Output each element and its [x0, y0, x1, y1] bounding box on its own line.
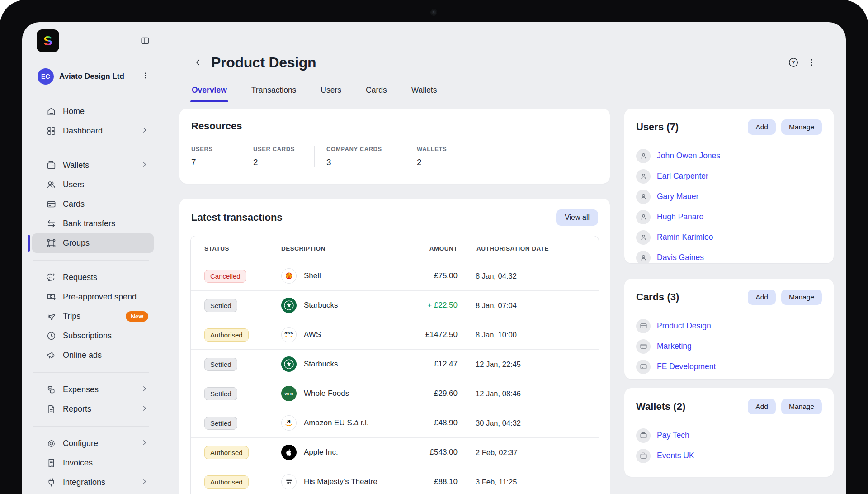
- sidebar-item-home[interactable]: Home: [32, 102, 154, 121]
- tab-transactions[interactable]: Transactions: [250, 86, 298, 102]
- list-item[interactable]: Earl Carpenter: [636, 166, 822, 186]
- receipt-icon: [46, 458, 57, 469]
- new-badge: New: [126, 311, 148, 322]
- back-button[interactable]: [190, 55, 206, 70]
- sidebar-collapse-button[interactable]: [140, 36, 150, 47]
- sidebar-item-dashboard[interactable]: Dashboard: [32, 121, 154, 141]
- amount: £75.00: [399, 271, 476, 280]
- theatre-logo: [281, 474, 297, 489]
- users-icon: [46, 180, 57, 190]
- transactions-title: Latest transactions: [191, 212, 283, 223]
- authorisation-date: 8 Jan, 04:32: [476, 272, 585, 280]
- user-link[interactable]: Ramin Karimloo: [657, 233, 713, 242]
- manage-users-button[interactable]: Manage: [781, 119, 822, 135]
- authorisation-date: 8 Jan, 10:00: [476, 331, 585, 339]
- amount: £48.90: [399, 418, 476, 428]
- sidebar-item-online-ads[interactable]: Online ads: [32, 346, 154, 365]
- resources-stats: USERS 7 USER CARDS 2 COMPANY CARDS 3: [191, 146, 598, 167]
- card-link[interactable]: FE Development: [657, 362, 716, 371]
- sidebar-item-integrations[interactable]: Integrations: [32, 473, 154, 492]
- latest-transactions-card: Latest transactions View all STATUS DESC…: [179, 199, 610, 494]
- wallet-link[interactable]: Events UK: [657, 451, 694, 461]
- users-card: Users (7) Add Manage John Owen Jones: [624, 109, 834, 263]
- wallet-icon: [636, 449, 651, 463]
- chevron-right-icon: [141, 161, 148, 170]
- table-row[interactable]: Settled WFM Whole Foods £29.60 12 Jan, 0…: [191, 379, 599, 408]
- table-row[interactable]: Settled Starbucks + £22.50 8 Jan, 07:04: [191, 290, 599, 320]
- table-row[interactable]: Authorised His Majesty’s Theatre £88.10 …: [191, 467, 599, 494]
- card-link[interactable]: Marketing: [657, 342, 692, 351]
- app-logo: S: [37, 29, 59, 52]
- view-all-button[interactable]: View all: [556, 209, 598, 226]
- airplane-icon: [46, 311, 57, 322]
- content: Resources USERS 7 USER CARDS 2 C: [160, 102, 846, 494]
- user-link[interactable]: Hugh Panaro: [657, 212, 703, 222]
- card-link[interactable]: Product Design: [657, 321, 711, 331]
- list-item[interactable]: John Owen Jones: [636, 146, 822, 166]
- document-icon: [46, 404, 57, 415]
- authorisation-date: 12 Jan, 08:46: [476, 390, 585, 398]
- company-avatar: EC: [38, 68, 54, 85]
- tab-wallets[interactable]: Wallets: [410, 86, 439, 102]
- user-link[interactable]: Davis Gaines: [657, 253, 704, 262]
- sidebar-item-reports[interactable]: Reports: [32, 399, 154, 419]
- resources-title: Resources: [191, 120, 598, 132]
- stat-wallets: WALLETS 2: [405, 146, 459, 167]
- camera-dot: [431, 10, 437, 15]
- sidebar-item-subscriptions[interactable]: Subscriptions: [32, 326, 154, 346]
- coins-icon: [46, 385, 57, 395]
- wallet-link[interactable]: Pay Tech: [657, 431, 689, 440]
- tab-cards[interactable]: Cards: [364, 86, 388, 102]
- sidebar-item-wallets[interactable]: Wallets: [32, 156, 154, 175]
- list-item[interactable]: Marketing: [636, 336, 822, 356]
- table-row[interactable]: Settled Starbucks £12.47 12 Jan, 22:45: [191, 349, 599, 379]
- sidebar-item-bank-transfers[interactable]: Bank transfers: [32, 214, 154, 233]
- chevron-right-icon: [141, 478, 148, 487]
- card-icon: [636, 319, 651, 333]
- list-item[interactable]: Hugh Panaro: [636, 207, 822, 227]
- add-card-button[interactable]: Add: [748, 290, 776, 305]
- sidebar-item-pre-approved-spend[interactable]: Pre-approved spend: [32, 287, 154, 307]
- amount: £1472.50: [399, 330, 476, 339]
- user-link[interactable]: Gary Mauer: [657, 192, 698, 201]
- chevron-right-icon: [141, 126, 148, 136]
- sidebar-item-cards[interactable]: Cards: [32, 195, 154, 214]
- transactions-table: STATUS DESCRIPTION AMOUNT AUTHORISATION …: [190, 236, 599, 494]
- sidebar-item-configure[interactable]: Configure: [32, 434, 154, 453]
- sidebar-item-expenses[interactable]: Expenses: [32, 380, 154, 399]
- manage-cards-button[interactable]: Manage: [781, 290, 822, 305]
- table-row[interactable]: Settled a Amazon EU S.à r.l. £48.90 30 J…: [191, 408, 599, 437]
- tab-users[interactable]: Users: [319, 86, 343, 102]
- amount: + £22.50: [399, 301, 476, 310]
- user-link[interactable]: Earl Carpenter: [657, 171, 708, 181]
- sidebar-item-invoices[interactable]: Invoices: [32, 453, 154, 473]
- list-item[interactable]: Davis Gaines: [636, 247, 822, 263]
- table-row[interactable]: Cancelled Shell £75.00 8 Jan, 04:32: [191, 261, 599, 290]
- list-item[interactable]: Product Design: [636, 316, 822, 336]
- list-item[interactable]: FE Development: [636, 356, 822, 377]
- company-name: Aviato Design Ltd: [59, 72, 136, 81]
- add-wallet-button[interactable]: Add: [748, 399, 776, 414]
- list-item[interactable]: Ramin Karimloo: [636, 227, 822, 247]
- status-badge: Settled: [204, 299, 237, 312]
- stat-user-cards: USER CARDS 2: [241, 146, 314, 167]
- card-icon: [46, 199, 57, 210]
- page-menu-button[interactable]: [802, 53, 821, 71]
- manage-wallets-button[interactable]: Manage: [781, 399, 822, 414]
- help-button[interactable]: ?: [784, 53, 802, 71]
- table-row[interactable]: Authorised Apple Inc. £543.00 2 Feb, 02:…: [191, 437, 599, 467]
- user-link[interactable]: John Owen Jones: [657, 151, 720, 161]
- list-item[interactable]: Pay Tech: [636, 425, 822, 446]
- sidebar-item-trips[interactable]: Trips New: [32, 307, 154, 326]
- company-menu-icon[interactable]: [141, 71, 150, 82]
- sidebar-divider: [33, 426, 149, 427]
- company-switcher[interactable]: EC Aviato Design Ltd: [22, 66, 160, 86]
- list-item[interactable]: Gary Mauer: [636, 186, 822, 207]
- add-user-button[interactable]: Add: [748, 119, 776, 135]
- sidebar-item-groups[interactable]: Groups: [32, 233, 154, 253]
- table-row[interactable]: Authorised aws AWS £1472.50 8 Jan, 10:00: [191, 320, 599, 349]
- list-item[interactable]: Events UK: [636, 446, 822, 466]
- sidebar-item-users[interactable]: Users: [32, 175, 154, 195]
- tab-overview[interactable]: Overview: [190, 86, 228, 102]
- sidebar-item-requests[interactable]: Requests: [32, 268, 154, 287]
